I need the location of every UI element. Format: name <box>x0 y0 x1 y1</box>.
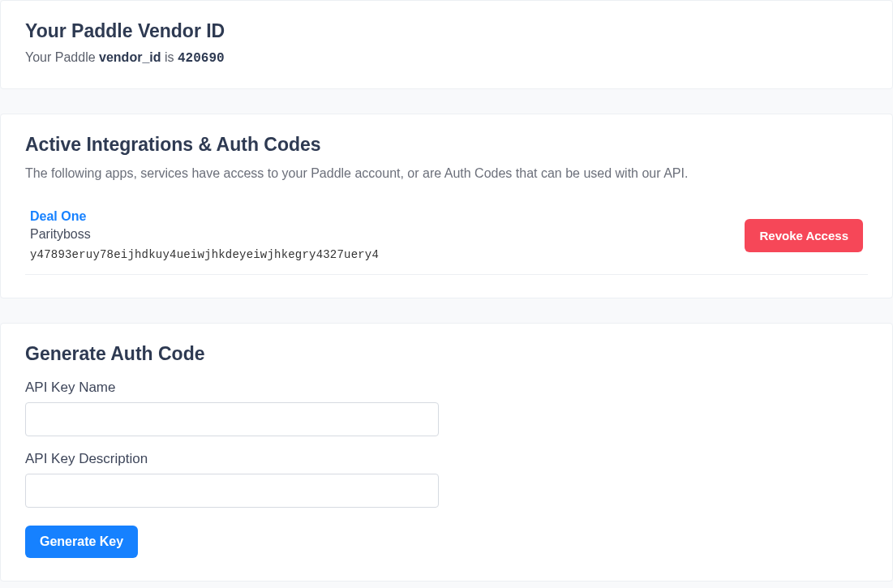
api-key-desc-group: API Key Description <box>25 451 868 508</box>
generate-key-button[interactable]: Generate Key <box>25 526 138 558</box>
revoke-access-button[interactable]: Revoke Access <box>745 219 863 252</box>
integrations-card: Active Integrations & Auth Codes The fol… <box>0 114 893 298</box>
api-key-desc-label: API Key Description <box>25 451 868 467</box>
api-key-desc-input[interactable] <box>25 474 439 508</box>
integration-details: Deal One Parityboss y47893eruy78eijhdkuy… <box>30 209 745 261</box>
api-key-name-group: API Key Name <box>25 380 868 436</box>
vendor-id-card: Your Paddle Vendor ID Your Paddle vendor… <box>0 0 893 89</box>
integration-auth-code: y47893eruy78eijhdkuy4ueiwjhkdeyeiwjhkegr… <box>30 248 745 261</box>
generate-auth-card: Generate Auth Code API Key Name API Key … <box>0 323 893 582</box>
integration-row: Deal One Parityboss y47893eruy78eijhdkuy… <box>25 201 868 275</box>
integrations-subtitle: The following apps, services have access… <box>25 164 868 183</box>
generate-auth-title: Generate Auth Code <box>25 343 868 365</box>
integration-subname: Parityboss <box>30 227 745 242</box>
integrations-title: Active Integrations & Auth Codes <box>25 134 868 156</box>
api-key-name-input[interactable] <box>25 402 439 436</box>
vendor-id-title: Your Paddle Vendor ID <box>25 20 868 42</box>
api-key-name-label: API Key Name <box>25 380 868 396</box>
vendor-id-value: 420690 <box>178 51 225 66</box>
vendor-id-line: Your Paddle vendor_id is 420690 <box>25 50 868 66</box>
vendor-line-strong: vendor_id <box>99 50 161 64</box>
integration-name-link[interactable]: Deal One <box>30 209 745 224</box>
vendor-line-mid: is <box>161 50 178 64</box>
vendor-line-prefix: Your Paddle <box>25 50 99 64</box>
integrations-list: Deal One Parityboss y47893eruy78eijhdkuy… <box>25 201 868 275</box>
